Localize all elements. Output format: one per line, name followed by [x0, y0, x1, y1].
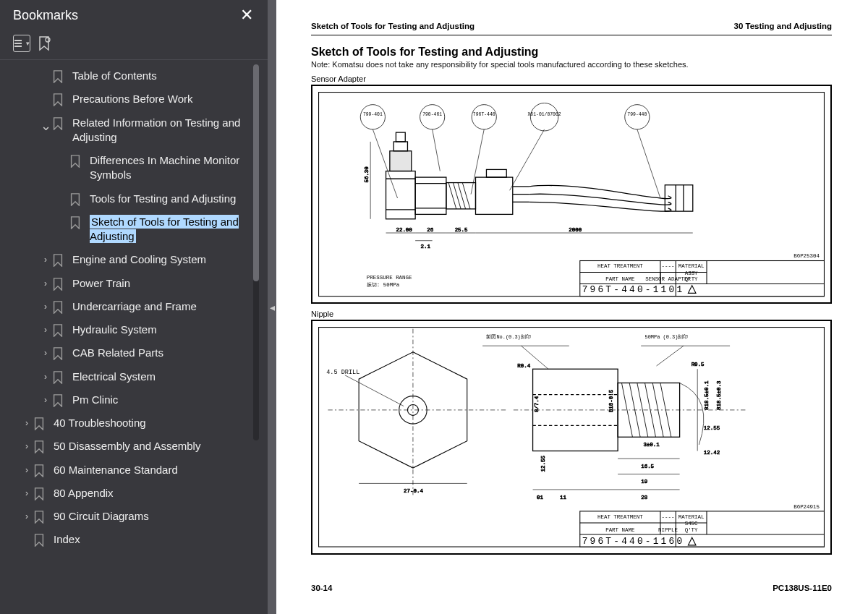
bookmark-item[interactable]: ›Engine and Cooling System — [0, 248, 268, 271]
bookmark-item[interactable]: ›40 Troubleshooting — [0, 412, 268, 435]
expand-icon[interactable]: › — [20, 511, 33, 522]
close-panel-button[interactable]: ✕ — [237, 6, 256, 25]
svg-rect-38 — [486, 169, 506, 177]
svg-line-18 — [510, 129, 545, 190]
bookmark-label: Differences In Machine Monitor Symbols — [90, 153, 262, 183]
bookmark-label: 50 Disassembly and Assembly — [54, 439, 262, 453]
svg-text:Q'TY: Q'TY — [685, 276, 698, 282]
svg-text:B18-0.5: B18-0.5 — [608, 389, 614, 412]
svg-rect-21 — [396, 132, 405, 142]
expand-icon[interactable]: › — [39, 278, 52, 289]
svg-text:12.42: 12.42 — [704, 450, 720, 456]
svg-rect-29 — [446, 183, 476, 209]
svg-text:796T-440: 796T-440 — [473, 112, 495, 117]
svg-rect-0 — [14, 40, 22, 41]
svg-line-17 — [471, 129, 484, 195]
bookmark-icon — [69, 216, 82, 229]
bookmark-label: Electrical System — [72, 370, 262, 384]
svg-text:PART NAME: PART NAME — [605, 527, 635, 533]
svg-text:28: 28 — [641, 495, 647, 500]
svg-text:2000: 2000 — [569, 227, 582, 233]
panel-divider[interactable]: ◂ — [268, 0, 276, 614]
bookmark-icon — [52, 347, 65, 360]
bookmark-label: 90 Circuit Diagrams — [54, 509, 262, 524]
svg-point-13 — [625, 105, 650, 129]
bookmark-label: Table of Contents — [72, 69, 262, 83]
bookmark-item[interactable]: ›90 Circuit Diagrams — [0, 505, 268, 528]
svg-text:790-461: 790-461 — [422, 112, 442, 117]
bookmark-icon — [33, 464, 46, 477]
svg-text:PRESSURE RANGE: PRESSURE RANGE — [367, 275, 412, 281]
svg-rect-39 — [665, 185, 692, 211]
collapse-handle-icon[interactable]: ◂ — [268, 293, 276, 322]
bookmark-label: Index — [54, 532, 262, 547]
svg-text:818.5±0.3: 818.5±0.3 — [716, 380, 722, 410]
svg-text:MATERIAL: MATERIAL — [678, 263, 705, 269]
svg-text:HEAT TREATMENT: HEAT TREATMENT — [597, 514, 643, 520]
expand-icon[interactable]: › — [20, 487, 33, 499]
svg-text:MATERIAL: MATERIAL — [678, 514, 705, 520]
bookmark-label: Hydraulic System — [72, 323, 262, 337]
bookmark-icon — [33, 440, 46, 453]
page-running-header: Sketch of Tools for Testing and Adjustin… — [311, 22, 832, 35]
bookmark-item[interactable]: Differences In Machine Monitor Symbols — [0, 149, 268, 187]
svg-text:22.00: 22.00 — [396, 227, 412, 233]
svg-line-87 — [657, 346, 684, 366]
svg-rect-1 — [14, 43, 22, 44]
svg-line-16 — [433, 129, 441, 171]
bookmark-item[interactable]: ›Undercarriage and Frame — [0, 295, 268, 318]
bookmark-item[interactable]: Index — [0, 528, 268, 551]
svg-text:PART NAME: PART NAME — [605, 276, 635, 282]
expand-icon[interactable]: › — [39, 301, 52, 312]
bookmark-icon — [33, 487, 46, 500]
options-button[interactable]: ▾ — [13, 35, 30, 52]
bookmark-item[interactable]: Precautions Before Work — [0, 88, 268, 111]
expand-icon[interactable]: › — [39, 324, 52, 336]
bookmark-item[interactable]: Tools for Testing and Adjusting — [0, 187, 268, 210]
drawing-sensor-adapter: 799-401 790-461 796T-440 X61-01/07002 79… — [311, 85, 832, 304]
bookmark-icon — [69, 193, 82, 206]
bookmark-item[interactable]: Sketch of Tools for Testing and Adjustin… — [0, 210, 268, 249]
bookmark-item[interactable]: ›Hydraulic System — [0, 318, 268, 341]
bookmark-item[interactable]: ›CAB Related Parts — [0, 341, 268, 364]
expand-icon[interactable]: › — [20, 417, 33, 429]
bookmark-item[interactable]: ›Pm Clinic — [0, 388, 268, 412]
bookmarks-title: Bookmarks — [13, 8, 78, 23]
svg-text:25.5: 25.5 — [455, 227, 468, 233]
bookmark-item[interactable]: ›50 Disassembly and Assembly — [0, 435, 268, 458]
svg-text:19: 19 — [641, 479, 647, 485]
bookmark-item[interactable]: ›80 Appendix — [0, 482, 268, 505]
bookmark-item[interactable]: ⌄Related Information on Testing and Adju… — [0, 111, 268, 150]
bookmark-label: Related Information on Testing and Adjus… — [72, 116, 262, 145]
bookmark-label: 40 Troubleshooting — [54, 416, 262, 430]
bookmark-icon — [69, 155, 82, 168]
bookmark-icon — [33, 511, 46, 524]
svg-text:R0.5: R0.5 — [692, 362, 705, 367]
expand-icon[interactable]: › — [39, 347, 52, 359]
bookmarks-header: Bookmarks ✕ — [0, 0, 268, 30]
bookmark-icon — [52, 254, 65, 267]
bookmark-item[interactable]: ›Power Train — [0, 272, 268, 295]
bookmark-tree[interactable]: Table of ContentsPrecautions Before Work… — [0, 60, 268, 614]
svg-text:50MPa (0.3)刻印: 50MPa (0.3)刻印 — [645, 334, 689, 340]
find-bookmark-button[interactable] — [36, 35, 52, 51]
svg-point-3 — [46, 38, 50, 42]
scrollbar-thumb[interactable] — [253, 64, 259, 281]
svg-text:16.5: 16.5 — [641, 464, 654, 469]
expand-icon[interactable]: › — [20, 440, 33, 452]
bookmarks-toolbar: ▾ — [0, 30, 268, 60]
svg-text:4.5 DRILL: 4.5 DRILL — [326, 369, 359, 376]
expand-icon[interactable]: › — [39, 254, 52, 265]
bookmark-item[interactable]: ›60 Maintenance Standard — [0, 459, 268, 482]
bookmark-item[interactable]: Table of Contents — [0, 64, 268, 88]
collapse-icon[interactable]: ⌄ — [39, 117, 52, 135]
svg-line-19 — [637, 129, 660, 198]
svg-point-11 — [530, 103, 558, 131]
expand-icon[interactable]: › — [20, 464, 33, 476]
expand-icon[interactable]: › — [39, 394, 52, 406]
svg-text:----: ---- — [662, 514, 675, 520]
svg-line-33 — [462, 183, 470, 209]
expand-icon[interactable]: › — [39, 371, 52, 383]
bookmark-item[interactable]: ›Electrical System — [0, 365, 268, 388]
bookmark-label: CAB Related Parts — [72, 346, 262, 360]
